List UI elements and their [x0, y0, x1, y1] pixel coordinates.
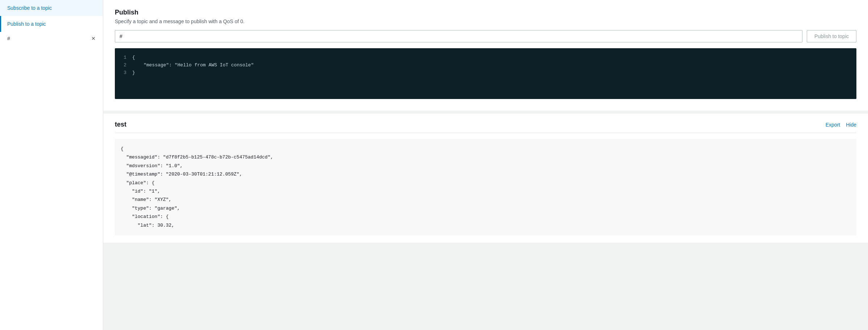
- json-line-10: "lat": 30.32,: [121, 221, 851, 230]
- json-line-2: "messageid": "d7f8f2b5-b125-478c-b72b-c5…: [121, 153, 851, 161]
- line-content-3: }: [132, 69, 135, 77]
- publish-to-topic-button[interactable]: Publish to topic: [807, 30, 856, 42]
- sidebar-item-label-publish: Publish to a topic: [7, 21, 46, 27]
- code-line-1: 1 {: [121, 54, 851, 62]
- json-line-3: "mdsversion": "1.0",: [121, 162, 851, 170]
- sidebar-topic-label: #: [7, 36, 10, 41]
- publish-controls: Publish to topic: [115, 30, 856, 42]
- line-number-1: 1: [121, 54, 126, 62]
- message-section: test Export Hide { "messageid": "d7f8f2b…: [103, 114, 868, 243]
- code-line-3: 3 }: [121, 69, 851, 77]
- publish-section: Publish Specify a topic and a message to…: [103, 0, 868, 111]
- json-line-8: "type": "garage",: [121, 204, 851, 213]
- message-actions: Export Hide: [826, 122, 856, 128]
- export-link[interactable]: Export: [826, 122, 840, 128]
- line-content-2: "message": "Hello from AWS IoT console": [132, 62, 254, 69]
- json-line-9: "location": {: [121, 213, 851, 221]
- sidebar-item-publish[interactable]: Publish to a topic: [0, 16, 103, 32]
- json-line-5: "place": {: [121, 179, 851, 187]
- message-topic-name: test: [115, 121, 126, 128]
- sidebar-item-label-subscribe: Subscribe to a topic: [7, 5, 52, 11]
- sidebar-item-subscribe[interactable]: Subscribe to a topic: [0, 0, 103, 16]
- line-number-3: 3: [121, 69, 126, 77]
- json-line-6: "id": "1",: [121, 187, 851, 195]
- json-line-7: "name": "XYZ",: [121, 195, 851, 204]
- main-content: Publish Specify a topic and a message to…: [103, 0, 868, 330]
- publish-section-title: Publish: [115, 9, 856, 16]
- hide-link[interactable]: Hide: [846, 122, 856, 128]
- publish-description: Specify a topic and a message to publish…: [115, 18, 856, 24]
- sidebar-topic-row: # ✕: [0, 32, 103, 45]
- json-content: { "messageid": "d7f8f2b5-b125-478c-b72b-…: [115, 139, 856, 235]
- json-line-1: {: [121, 145, 851, 153]
- line-content-1: {: [132, 54, 135, 62]
- message-header: test Export Hide: [115, 121, 856, 133]
- code-line-2: 2 "message": "Hello from AWS IoT console…: [121, 62, 851, 69]
- code-editor[interactable]: 1 { 2 "message": "Hello from AWS IoT con…: [115, 48, 856, 99]
- sidebar: Subscribe to a topic Publish to a topic …: [0, 0, 103, 330]
- topic-input[interactable]: [115, 30, 802, 42]
- sidebar-close-icon[interactable]: ✕: [91, 36, 96, 41]
- line-number-2: 2: [121, 62, 126, 69]
- json-line-4: "@timestamp": "2020-03-30T01:21:12.059Z"…: [121, 170, 851, 178]
